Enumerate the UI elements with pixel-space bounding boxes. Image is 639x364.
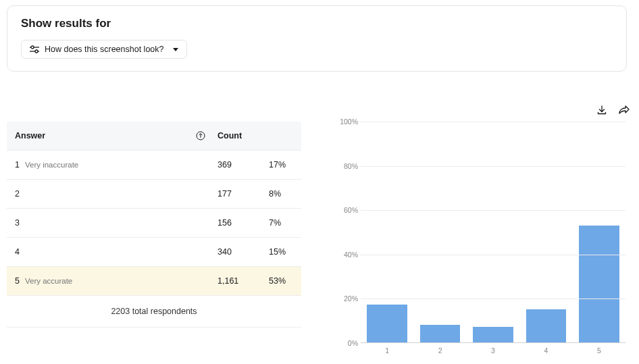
chart-bar[interactable] — [579, 226, 619, 342]
slider-icon — [30, 45, 39, 53]
chart-gridline — [361, 122, 625, 122]
table-row[interactable]: 434015% — [7, 238, 301, 267]
chart-plot-area: 12345 — [361, 122, 625, 343]
chart-ytick: 100% — [338, 118, 358, 126]
question-filter-label: How does this screenshot look? — [45, 45, 163, 54]
cell-count: 369 — [218, 160, 269, 170]
chart-gridline — [361, 298, 625, 299]
answer-label: Very accurate — [25, 277, 72, 285]
svg-point-3 — [35, 50, 38, 53]
filter-card: Show results for How does this screensho… — [7, 5, 627, 72]
cell-answer: 1Very inaccurate — [15, 160, 218, 170]
answer-rank: 5 — [15, 276, 20, 286]
download-button[interactable] — [596, 104, 608, 116]
chart-bar[interactable] — [420, 325, 461, 342]
chart-gridline — [361, 255, 625, 255]
chart-gridline — [361, 210, 625, 211]
chart-bar-slot: 3 — [467, 122, 519, 342]
table-header-row: Answer Count — [7, 122, 301, 151]
cell-answer: 4 — [15, 247, 218, 257]
answer-label: Very inaccurate — [25, 161, 78, 169]
col-header-answer-label: Answer — [15, 131, 45, 140]
chevron-down-icon — [173, 48, 178, 51]
answer-rank: 3 — [15, 218, 20, 228]
results-chart: 12345 0%20%40%60%80%100% — [338, 122, 628, 351]
cell-count: 156 — [218, 218, 269, 228]
chart-bar-slot: 1 — [361, 122, 413, 342]
table-footer: 2203 total respondents — [7, 296, 301, 328]
table-row[interactable]: 21778% — [7, 180, 301, 209]
cell-pct: 8% — [269, 189, 301, 199]
chart-bar[interactable] — [526, 309, 567, 342]
chart-bar[interactable] — [473, 327, 513, 342]
chart-xtick: 2 — [438, 346, 442, 355]
chart-xtick: 5 — [597, 346, 601, 355]
cell-pct: 53% — [269, 276, 301, 286]
cell-answer: 2 — [15, 189, 218, 199]
chart-ytick: 40% — [338, 251, 358, 259]
question-filter-chip[interactable]: How does this screenshot look? — [21, 40, 187, 59]
cell-count: 1,161 — [218, 276, 269, 286]
answer-rank: 4 — [15, 247, 20, 257]
results-table: Answer Count 1Very inaccurate36917%21778… — [7, 122, 301, 328]
chart-xtick: 4 — [544, 346, 548, 355]
cell-count: 177 — [218, 189, 269, 199]
chart-ytick: 20% — [338, 294, 358, 303]
cell-count: 340 — [218, 247, 269, 257]
cell-answer: 3 — [15, 218, 218, 228]
chart-bar-slot: 2 — [413, 122, 466, 342]
chart-bar[interactable] — [367, 305, 407, 342]
chart-ytick: 60% — [338, 206, 358, 214]
chart-gridline — [361, 166, 625, 167]
chart-ytick: 0% — [338, 339, 358, 347]
chart-xtick: 3 — [491, 346, 495, 355]
cell-answer: 5Very accurate — [15, 276, 218, 286]
cell-pct: 15% — [269, 247, 301, 257]
table-row[interactable]: 5Very accurate1,16153% — [7, 267, 301, 296]
chart-ytick: 80% — [338, 162, 358, 170]
chart-actions — [596, 104, 630, 116]
cell-pct: 7% — [269, 218, 301, 228]
chart-xtick: 1 — [385, 346, 389, 355]
chart-bar-slot: 4 — [519, 122, 572, 342]
table-row[interactable]: 31567% — [7, 209, 301, 238]
chart-bar-slot: 5 — [573, 122, 625, 342]
table-row[interactable]: 1Very inaccurate36917% — [7, 151, 301, 180]
filter-heading: Show results for — [21, 17, 613, 30]
share-button[interactable] — [617, 104, 630, 116]
cell-pct: 17% — [269, 160, 301, 170]
svg-point-1 — [31, 46, 34, 49]
sort-icon[interactable] — [196, 131, 205, 140]
answer-rank: 1 — [15, 160, 20, 170]
col-header-answer[interactable]: Answer — [15, 131, 218, 140]
col-header-count[interactable]: Count — [218, 131, 269, 140]
answer-rank: 2 — [15, 189, 20, 199]
